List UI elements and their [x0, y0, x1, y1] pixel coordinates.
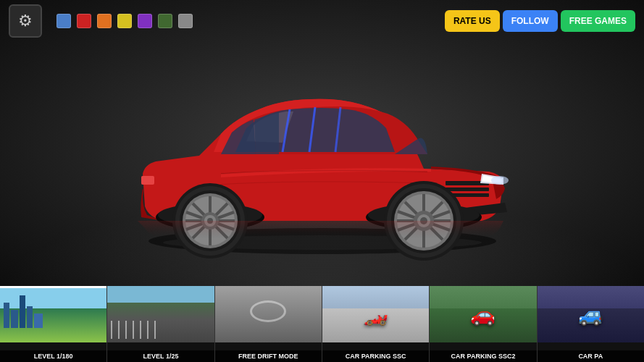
- car-model: [76, 47, 569, 264]
- thumb-car-parking-ssc[interactable]: 🏎️ CAR PARKING SSC: [322, 286, 430, 362]
- rate-us-button[interactable]: RATE US: [445, 10, 500, 32]
- thumb-car-parking-ssc2[interactable]: 🚗 CAR PARKING SSC2: [430, 286, 537, 362]
- color-swatch-blue[interactable]: [57, 14, 71, 28]
- ssc-figure: 🏎️: [363, 303, 388, 327]
- settings-button[interactable]: ⚙: [9, 4, 42, 38]
- thumb-level-1-25[interactable]: LEVEL 1/25: [107, 286, 214, 362]
- follow-button[interactable]: FOLLOW: [503, 10, 558, 32]
- color-swatch-red[interactable]: [77, 14, 91, 28]
- carpa-figure: 🚙: [578, 303, 603, 327]
- svg-rect-8: [446, 188, 489, 191]
- svg-point-10: [491, 176, 509, 185]
- thumb-label-0: LEVEL 1/180: [0, 350, 106, 362]
- color-swatch-purple[interactable]: [138, 14, 152, 28]
- thumb-car-pa[interactable]: 🚙 CAR PA: [538, 286, 644, 362]
- gear-icon: ⚙: [18, 12, 33, 30]
- color-swatch-orange[interactable]: [97, 14, 112, 28]
- color-swatch-green[interactable]: [158, 14, 172, 28]
- header-bar: ⚙ RATE US FOLLOW FREE GAMES: [0, 0, 644, 42]
- thumb-label-1: LEVEL 1/25: [107, 350, 214, 362]
- thumb-free-drift[interactable]: FREE DRIFT MODE: [215, 286, 322, 362]
- svg-rect-12: [141, 176, 154, 185]
- thumb-label-4: CAR PARKING SSC2: [430, 350, 536, 362]
- ssc2-figure: 🚗: [470, 303, 495, 327]
- car-display: [76, 43, 569, 268]
- free-games-button[interactable]: FREE GAMES: [561, 10, 635, 32]
- thumb-label-3: CAR PARKING SSC: [322, 350, 429, 362]
- thumb-level-1-180[interactable]: LEVEL 1/180: [0, 286, 107, 362]
- color-swatch-gray[interactable]: [178, 14, 193, 28]
- game-main-area: ⚙ RATE US FOLLOW FREE GAMES: [0, 0, 644, 286]
- thumb-label-2: FREE DRIFT MODE: [215, 350, 322, 362]
- color-palette: [57, 14, 193, 28]
- thumb-label-5: CAR PA: [538, 350, 644, 362]
- color-swatch-yellow[interactable]: [117, 14, 132, 28]
- game-modes-bar: LEVEL 1/180 LEVEL 1/25 FREE DRIFT MODE 🏎…: [0, 286, 644, 362]
- top-buttons: RATE US FOLLOW FREE GAMES: [445, 10, 635, 32]
